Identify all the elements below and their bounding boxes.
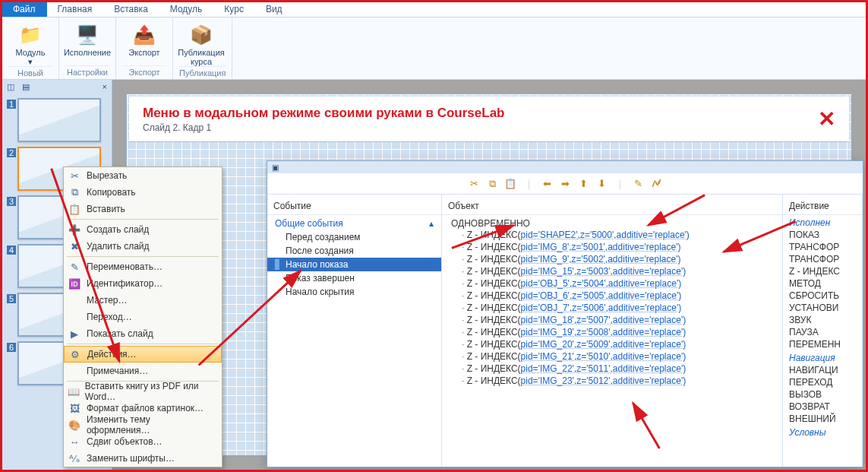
event-item[interactable]: Перед созданием	[267, 230, 441, 244]
panel-tab-slides[interactable]: ◫	[7, 82, 14, 92]
event-item[interactable]: Начало показа	[267, 258, 441, 271]
z-link[interactable]: ,z='5009'	[574, 339, 611, 350]
dlg-tool-0[interactable]: ✂	[467, 177, 481, 191]
pid-link[interactable]: pid='OBJ_6'	[521, 290, 570, 301]
z-link[interactable]: ,z='5004'	[570, 278, 606, 289]
ctx-notes[interactable]: Примечания…	[64, 363, 222, 379]
ctx-shift[interactable]: ↔Сдвиг объектов…	[64, 433, 222, 450]
pid-link[interactable]: pid='OBJ_7'	[521, 303, 570, 313]
additive-link[interactable]: ,additive='replace')	[611, 375, 687, 386]
ctx-transition[interactable]: Переход…	[64, 309, 222, 325]
pid-link[interactable]: pid='SHAPE2'	[521, 230, 578, 240]
ctx-copy[interactable]: ⧉Копировать	[64, 184, 222, 201]
event-item[interactable]: Показ завершен	[267, 271, 441, 285]
z-link[interactable]: ,z='5003'	[574, 266, 611, 277]
action-item[interactable]: ВЫЗОВ	[783, 388, 862, 401]
panel-close-icon[interactable]: ×	[103, 82, 107, 91]
dlg-tool-4[interactable]: ⬅	[540, 177, 554, 191]
additive-link[interactable]: ,additive='replace')	[605, 254, 681, 265]
pid-link[interactable]: pid='IMG_20'	[521, 339, 574, 350]
additive-link[interactable]: ,additive='replace')	[611, 315, 687, 325]
action-item[interactable]: Z - ИНДЕКС	[783, 265, 862, 277]
z-link[interactable]: ,z='5010'	[574, 351, 611, 362]
module-button[interactable]: 📁Модуль ▾	[8, 22, 52, 66]
pid-link[interactable]: pid='IMG_21'	[521, 351, 574, 362]
additive-link[interactable]: ,additive='replace')	[611, 339, 687, 350]
z-link[interactable]: ,z='5007'	[574, 315, 611, 325]
action-item[interactable]: ПЕРЕМЕНН	[783, 338, 862, 350]
object-line[interactable]: Z - ИНДЕКС(pid='SHAPE2',z='5000',additiv…	[442, 229, 782, 241]
pid-link[interactable]: pid='IMG_19'	[521, 327, 574, 337]
pid-link[interactable]: pid='IMG_9'	[521, 254, 570, 265]
object-root[interactable]: ОДНОВРЕМЕННО	[442, 215, 782, 229]
slide-thumb[interactable]: 1	[17, 98, 101, 142]
additive-link[interactable]: ,additive='replace')	[606, 278, 682, 289]
dlg-tool-10[interactable]: 🗲	[649, 177, 663, 191]
object-line[interactable]: Z - ИНДЕКС(pid='IMG_19',z='5008',additiv…	[442, 326, 782, 338]
ctx-delete-slide[interactable]: ✖Удалить слайд	[64, 238, 222, 255]
ctx-master[interactable]: Мастер…	[64, 292, 222, 309]
dlg-tool-1[interactable]: ⧉	[485, 177, 499, 191]
dlg-tool-7[interactable]: ⬇	[595, 177, 608, 191]
dlg-tool-6[interactable]: ⬆	[576, 177, 590, 191]
execution-button[interactable]: 🖥️Исполнение	[65, 22, 109, 57]
action-item[interactable]: МЕТОД	[783, 277, 862, 290]
tab-модуль[interactable]: Модуль	[159, 2, 214, 17]
object-line[interactable]: Z - ИНДЕКС(pid='IMG_9',z='5002',additive…	[442, 253, 782, 265]
additive-link[interactable]: ,additive='replace')	[605, 242, 681, 252]
z-link[interactable]: ,z='5001'	[569, 242, 605, 252]
tab-курс[interactable]: Курс	[213, 2, 255, 17]
additive-link[interactable]: ,additive='replace')	[606, 303, 682, 313]
dlg-tool-9[interactable]: ✎	[631, 177, 645, 191]
tab-вставка[interactable]: Вставка	[103, 2, 159, 17]
z-link[interactable]: ,z='5002'	[569, 254, 605, 265]
pid-link[interactable]: pid='IMG_15'	[521, 266, 574, 277]
additive-link[interactable]: ,additive='replace')	[611, 363, 687, 374]
tab-главная[interactable]: Главная	[47, 2, 104, 17]
additive-link[interactable]: ,additive='replace')	[611, 327, 687, 337]
ctx-fonts[interactable]: ᴬ⁄ₐЗаменить шрифты…	[64, 450, 222, 467]
ctx-rename[interactable]: ✎Переименовать…	[64, 258, 222, 275]
export-button[interactable]: 📤Экспорт	[122, 22, 166, 57]
pid-link[interactable]: pid='OBJ_5'	[521, 278, 570, 289]
additive-link[interactable]: ,additive='replace')	[606, 290, 682, 301]
close-icon[interactable]: ✕	[818, 106, 835, 131]
pid-link[interactable]: pid='IMG_22'	[521, 363, 574, 374]
action-item[interactable]: ПЕРЕХОД	[783, 376, 862, 388]
additive-link[interactable]: ,additive='replace')	[611, 266, 687, 277]
ctx-theme[interactable]: 🎨Изменить тему оформления…	[64, 417, 222, 433]
object-line[interactable]: Z - ИНДЕКС(pid='OBJ_6',z='5005',additive…	[442, 290, 782, 302]
ctx-show-slide[interactable]: ▶Показать слайд	[64, 325, 222, 342]
object-line[interactable]: Z - ИНДЕКС(pid='IMG_15',z='5003',additiv…	[442, 265, 782, 277]
action-item[interactable]: СБРОСИТЬ	[783, 290, 862, 302]
panel-tab-outline[interactable]: ▤	[22, 82, 30, 92]
object-line[interactable]: Z - ИНДЕКС(pid='OBJ_7',z='5006',additive…	[442, 302, 782, 314]
action-item[interactable]: ЗВУК	[783, 314, 862, 326]
z-link[interactable]: ,z='5006'	[570, 303, 606, 313]
event-group[interactable]: Общие события ▴	[267, 215, 441, 230]
action-item[interactable]: ВНЕШНИЙ	[783, 413, 862, 425]
action-item[interactable]: НАВИГАЦИ	[783, 364, 862, 376]
tab-вид[interactable]: Вид	[255, 2, 294, 17]
additive-link[interactable]: ,additive='replace')	[611, 351, 687, 362]
action-item[interactable]: ТРАНСФОР	[783, 253, 862, 265]
z-link[interactable]: ,z='5005'	[570, 290, 606, 301]
pid-link[interactable]: pid='IMG_23'	[521, 375, 574, 386]
dlg-tool-2[interactable]: 📋	[503, 177, 517, 191]
z-link[interactable]: ,z='5000'	[578, 230, 614, 240]
additive-link[interactable]: ,additive='replace')	[614, 230, 690, 240]
object-line[interactable]: Z - ИНДЕКС(pid='IMG_21',z='5010',additiv…	[442, 350, 782, 363]
action-item[interactable]: ПОКАЗ	[783, 229, 862, 241]
object-line[interactable]: Z - ИНДЕКС(pid='IMG_23',z='5012',additiv…	[442, 375, 782, 387]
z-link[interactable]: ,z='5011'	[574, 363, 611, 374]
event-item[interactable]: После создания	[267, 244, 441, 258]
z-link[interactable]: ,z='5012'	[574, 375, 611, 386]
z-link[interactable]: ,z='5008'	[574, 327, 611, 337]
action-item[interactable]: ТРАНСФОР	[783, 241, 862, 253]
publish-button[interactable]: 📦Публикация курса	[179, 22, 223, 66]
object-line[interactable]: Z - ИНДЕКС(pid='IMG_22',z='5011',additiv…	[442, 363, 782, 375]
ctx-actions[interactable]: ⚙Действия…	[64, 346, 222, 363]
pid-link[interactable]: pid='IMG_8'	[521, 242, 570, 252]
ctx-identifier[interactable]: 🆔Идентификатор…	[64, 275, 222, 292]
object-line[interactable]: Z - ИНДЕКС(pid='IMG_20',z='5009',additiv…	[442, 338, 782, 350]
